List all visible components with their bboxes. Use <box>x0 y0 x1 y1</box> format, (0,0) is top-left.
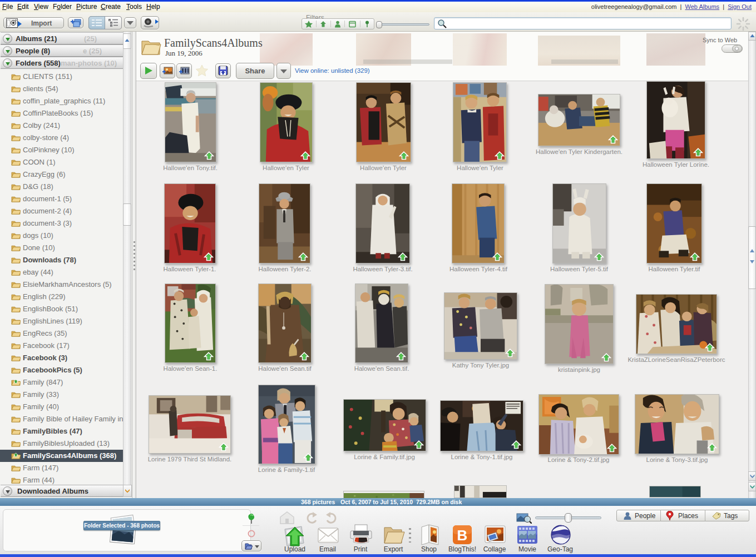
svg-text:B: B <box>457 527 468 544</box>
